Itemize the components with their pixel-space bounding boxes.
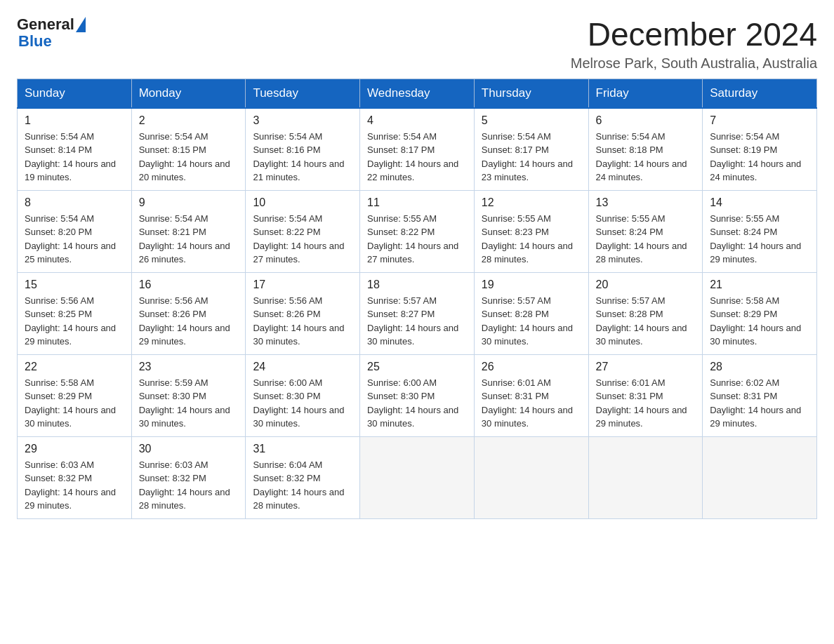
day-number: 27	[596, 361, 696, 373]
calendar-week-row: 29 Sunrise: 6:03 AMSunset: 8:32 PMDaylig…	[18, 436, 817, 518]
day-info: Sunrise: 5:54 AMSunset: 8:15 PMDaylight:…	[139, 131, 230, 183]
day-info: Sunrise: 5:55 AMSunset: 8:24 PMDaylight:…	[710, 213, 801, 265]
day-number: 28	[710, 361, 809, 373]
calendar-day-cell: 18 Sunrise: 5:57 AMSunset: 8:27 PMDaylig…	[360, 272, 475, 354]
calendar-day-cell: 29 Sunrise: 6:03 AMSunset: 8:32 PMDaylig…	[18, 436, 132, 518]
calendar-day-cell: 17 Sunrise: 5:56 AMSunset: 8:26 PMDaylig…	[246, 272, 360, 354]
calendar-day-cell: 22 Sunrise: 5:58 AMSunset: 8:29 PMDaylig…	[18, 354, 132, 436]
weekday-header-sunday: Sunday	[18, 79, 132, 108]
weekday-header-thursday: Thursday	[474, 79, 588, 108]
day-info: Sunrise: 5:57 AMSunset: 8:28 PMDaylight:…	[596, 295, 687, 347]
day-number: 8	[25, 196, 124, 209]
calendar-day-cell: 31 Sunrise: 6:04 AMSunset: 8:32 PMDaylig…	[246, 436, 360, 518]
calendar-day-cell: 6 Sunrise: 5:54 AMSunset: 8:18 PMDayligh…	[588, 108, 703, 191]
calendar-day-cell: 15 Sunrise: 5:56 AMSunset: 8:25 PMDaylig…	[18, 272, 132, 354]
day-info: Sunrise: 6:00 AMSunset: 8:30 PMDaylight:…	[253, 377, 344, 429]
day-number: 21	[710, 279, 809, 291]
day-info: Sunrise: 5:55 AMSunset: 8:24 PMDaylight:…	[596, 213, 687, 265]
day-info: Sunrise: 5:54 AMSunset: 8:14 PMDaylight:…	[25, 131, 116, 183]
day-number: 12	[482, 196, 581, 209]
day-number: 9	[139, 196, 239, 209]
day-info: Sunrise: 5:54 AMSunset: 8:16 PMDaylight:…	[253, 131, 344, 183]
day-number: 1	[25, 114, 124, 127]
day-info: Sunrise: 5:54 AMSunset: 8:20 PMDaylight:…	[25, 213, 116, 265]
day-number: 24	[253, 361, 352, 373]
day-info: Sunrise: 6:03 AMSunset: 8:32 PMDaylight:…	[139, 459, 230, 511]
day-info: Sunrise: 5:58 AMSunset: 8:29 PMDaylight:…	[25, 377, 116, 429]
day-number: 4	[367, 114, 467, 127]
weekday-header-wednesday: Wednesday	[360, 79, 475, 108]
day-info: Sunrise: 5:54 AMSunset: 8:19 PMDaylight:…	[710, 131, 801, 183]
weekday-header-monday: Monday	[131, 79, 246, 108]
calendar-day-cell: 3 Sunrise: 5:54 AMSunset: 8:16 PMDayligh…	[246, 108, 360, 191]
day-number: 29	[25, 443, 124, 455]
day-info: Sunrise: 6:04 AMSunset: 8:32 PMDaylight:…	[253, 459, 344, 511]
day-info: Sunrise: 5:56 AMSunset: 8:26 PMDaylight:…	[253, 295, 344, 347]
day-number: 31	[253, 443, 352, 455]
calendar-day-cell	[703, 436, 817, 518]
day-number: 15	[25, 279, 124, 291]
day-info: Sunrise: 5:57 AMSunset: 8:28 PMDaylight:…	[482, 295, 573, 347]
calendar-day-cell	[360, 436, 475, 518]
day-info: Sunrise: 5:55 AMSunset: 8:23 PMDaylight:…	[482, 213, 573, 265]
day-number: 22	[25, 361, 124, 373]
day-number: 26	[482, 361, 581, 373]
calendar-week-row: 8 Sunrise: 5:54 AMSunset: 8:20 PMDayligh…	[18, 190, 817, 272]
calendar-day-cell: 19 Sunrise: 5:57 AMSunset: 8:28 PMDaylig…	[474, 272, 588, 354]
day-number: 2	[139, 114, 239, 127]
calendar-day-cell	[588, 436, 703, 518]
day-info: Sunrise: 5:54 AMSunset: 8:17 PMDaylight:…	[482, 131, 573, 183]
calendar-day-cell: 5 Sunrise: 5:54 AMSunset: 8:17 PMDayligh…	[474, 108, 588, 191]
day-number: 3	[253, 114, 352, 127]
calendar-day-cell: 11 Sunrise: 5:55 AMSunset: 8:22 PMDaylig…	[360, 190, 475, 272]
calendar-day-cell: 21 Sunrise: 5:58 AMSunset: 8:29 PMDaylig…	[703, 272, 817, 354]
day-info: Sunrise: 6:02 AMSunset: 8:31 PMDaylight:…	[710, 377, 801, 429]
day-info: Sunrise: 5:54 AMSunset: 8:18 PMDaylight:…	[596, 131, 687, 183]
day-number: 25	[367, 361, 467, 373]
day-number: 10	[253, 196, 352, 209]
calendar-week-row: 15 Sunrise: 5:56 AMSunset: 8:25 PMDaylig…	[18, 272, 817, 354]
day-number: 7	[710, 114, 809, 127]
day-number: 19	[482, 279, 581, 291]
calendar-day-cell: 10 Sunrise: 5:54 AMSunset: 8:22 PMDaylig…	[246, 190, 360, 272]
calendar-day-cell: 12 Sunrise: 5:55 AMSunset: 8:23 PMDaylig…	[474, 190, 588, 272]
calendar-day-cell: 13 Sunrise: 5:55 AMSunset: 8:24 PMDaylig…	[588, 190, 703, 272]
calendar-day-cell: 1 Sunrise: 5:54 AMSunset: 8:14 PMDayligh…	[18, 108, 132, 191]
day-info: Sunrise: 5:55 AMSunset: 8:22 PMDaylight:…	[367, 213, 458, 265]
day-number: 13	[596, 196, 696, 209]
title-block: December 2024 Melrose Park, South Austra…	[571, 17, 817, 72]
logo-general-text: General	[17, 17, 74, 32]
calendar-week-row: 1 Sunrise: 5:54 AMSunset: 8:14 PMDayligh…	[18, 108, 817, 191]
weekday-header-tuesday: Tuesday	[246, 79, 360, 108]
day-number: 6	[596, 114, 696, 127]
day-number: 14	[710, 196, 809, 209]
weekday-header-saturday: Saturday	[703, 79, 817, 108]
calendar-day-cell: 27 Sunrise: 6:01 AMSunset: 8:31 PMDaylig…	[588, 354, 703, 436]
calendar-day-cell: 28 Sunrise: 6:02 AMSunset: 8:31 PMDaylig…	[703, 354, 817, 436]
calendar-day-cell: 14 Sunrise: 5:55 AMSunset: 8:24 PMDaylig…	[703, 190, 817, 272]
logo-triangle-icon	[76, 17, 86, 32]
weekday-header-row: SundayMondayTuesdayWednesdayThursdayFrid…	[18, 79, 817, 108]
day-info: Sunrise: 6:00 AMSunset: 8:30 PMDaylight:…	[367, 377, 458, 429]
logo-blue-text: Blue	[18, 32, 52, 50]
calendar-day-cell: 20 Sunrise: 5:57 AMSunset: 8:28 PMDaylig…	[588, 272, 703, 354]
calendar-day-cell: 2 Sunrise: 5:54 AMSunset: 8:15 PMDayligh…	[131, 108, 246, 191]
day-number: 17	[253, 279, 352, 291]
weekday-header-friday: Friday	[588, 79, 703, 108]
main-title: December 2024	[571, 17, 817, 53]
calendar-day-cell	[474, 436, 588, 518]
calendar-day-cell: 4 Sunrise: 5:54 AMSunset: 8:17 PMDayligh…	[360, 108, 475, 191]
calendar-day-cell: 30 Sunrise: 6:03 AMSunset: 8:32 PMDaylig…	[131, 436, 246, 518]
calendar-day-cell: 25 Sunrise: 6:00 AMSunset: 8:30 PMDaylig…	[360, 354, 475, 436]
day-info: Sunrise: 5:59 AMSunset: 8:30 PMDaylight:…	[139, 377, 230, 429]
day-number: 30	[139, 443, 239, 455]
calendar-day-cell: 16 Sunrise: 5:56 AMSunset: 8:26 PMDaylig…	[131, 272, 246, 354]
calendar-day-cell: 23 Sunrise: 5:59 AMSunset: 8:30 PMDaylig…	[131, 354, 246, 436]
day-info: Sunrise: 5:54 AMSunset: 8:17 PMDaylight:…	[367, 131, 458, 183]
calendar-day-cell: 8 Sunrise: 5:54 AMSunset: 8:20 PMDayligh…	[18, 190, 132, 272]
day-number: 23	[139, 361, 239, 373]
day-number: 20	[596, 279, 696, 291]
day-info: Sunrise: 5:56 AMSunset: 8:25 PMDaylight:…	[25, 295, 116, 347]
day-info: Sunrise: 5:58 AMSunset: 8:29 PMDaylight:…	[710, 295, 801, 347]
day-info: Sunrise: 5:57 AMSunset: 8:27 PMDaylight:…	[367, 295, 458, 347]
